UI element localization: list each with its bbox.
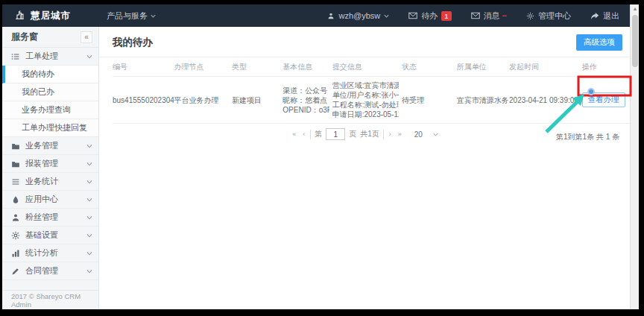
sidebar-item-install-mgmt[interactable]: 报装管理 xyxy=(2,155,98,173)
content-header: 我的待办 高级选项 xyxy=(99,27,630,57)
chart-icon xyxy=(11,249,20,258)
pagination-info: 第1到第1条 共 1 条 xyxy=(556,132,619,142)
sidebar-item-business-query[interactable]: 业务办理查询 xyxy=(2,101,98,119)
page-title: 我的待办 xyxy=(113,36,153,49)
pager-divider xyxy=(310,130,311,139)
pagination-bar: « ‹ 第 页 共1页 › » 20 第1到第1条 共 1 条 xyxy=(99,126,630,142)
list-icon xyxy=(11,52,20,61)
messages-menu[interactable]: 消息 − xyxy=(471,10,507,22)
nav-products[interactable]: 产品与服务 xyxy=(107,10,156,22)
envelope-icon xyxy=(471,12,480,19)
user-icon xyxy=(11,213,20,222)
chevron-down-icon xyxy=(86,251,92,256)
logout-menu[interactable]: 退出 xyxy=(590,10,619,22)
admin-center-menu[interactable]: 管理中心 xyxy=(526,10,571,22)
cell-status: 待受理 xyxy=(402,77,456,124)
envelope-icon xyxy=(408,12,417,19)
col-actions: 操作 xyxy=(582,57,630,77)
pencil-icon xyxy=(11,267,20,276)
cell-org: 宜宾市清源水务集团有限 xyxy=(457,77,509,124)
gear-icon xyxy=(11,231,20,240)
sidebar-item-my-done[interactable]: 我的已办 xyxy=(2,83,98,101)
brand-name: 慧居城市 xyxy=(31,10,71,22)
col-type: 类型 xyxy=(232,57,282,77)
sidebar: 服务窗 « 工单处理 我的待办 我的已办 业务办理查询 工单办理快捷回复 业务管… xyxy=(2,27,99,309)
chevron-down-icon xyxy=(86,197,92,202)
sidebar-item-stats-analysis[interactable]: 统计分析 xyxy=(2,244,98,262)
brand: 慧居城市 xyxy=(2,10,99,22)
sidebar-header: 服务窗 « xyxy=(2,27,98,48)
sidebar-item-fans-mgmt[interactable]: 粉丝管理 xyxy=(2,209,98,227)
user-menu[interactable]: wzh@ybsw xyxy=(327,11,389,20)
messages-mark: − xyxy=(502,11,507,20)
table-header-row: 编号 办理节点 类型 基本信息 提交信息 状态 所属单位 发起时间 操作 xyxy=(113,57,630,77)
chevron-down-icon xyxy=(86,215,92,220)
col-basic-info: 基本信息 xyxy=(282,57,332,77)
pager-divider xyxy=(383,130,384,139)
gear-icon xyxy=(526,12,534,20)
prev-page-icon[interactable]: ‹ xyxy=(301,130,306,138)
main-content: 我的待办 高级选项 编号 办理节点 类型 基本信息 提交信息 状态 所属单位 发… xyxy=(99,27,630,309)
folder-icon xyxy=(11,159,20,168)
vertical-scrollbar[interactable]: ▲ xyxy=(630,4,639,309)
copyright-footer: 2017 © Shareyo CRM Admin xyxy=(2,290,98,309)
sidebar-item-business-stats[interactable]: 业务统计 xyxy=(2,173,98,191)
table-row[interactable]: bus4155502023042109. 平台业务办理 新建项目 渠道：公众号 … xyxy=(113,77,630,124)
building-logo-icon xyxy=(14,10,25,22)
scrollbar-thumb[interactable] xyxy=(632,15,638,67)
chevron-down-icon xyxy=(151,14,156,18)
col-submit-info: 提交信息 xyxy=(332,57,402,77)
chevron-down-icon xyxy=(86,54,92,59)
cell-actions: 查看办理 xyxy=(582,77,630,124)
cell-type: 新建项目 xyxy=(232,77,282,124)
cell-start-time: 2023-04-21 09:39:08 xyxy=(509,77,582,124)
sidebar-item-app-center[interactable]: 应用中心 xyxy=(2,191,98,209)
chevron-down-icon xyxy=(86,180,92,184)
todo-table: 编号 办理节点 类型 基本信息 提交信息 状态 所属单位 发起时间 操作 bus… xyxy=(113,57,630,124)
user-icon xyxy=(327,12,335,20)
app-window: 慧居城市 产品与服务 wzh@ybsw 待办 1 消息 − xyxy=(2,4,639,309)
chevron-down-icon xyxy=(86,269,92,274)
col-status: 状态 xyxy=(402,57,456,77)
cell-submit-info: 营业区域:宜宾市清源水 单位/用户名称:张小一 工程名称:测试-勿处理 申请日期… xyxy=(332,77,402,124)
cell-node: 平台业务办理 xyxy=(174,77,231,124)
page-size-select[interactable]: 20 xyxy=(414,130,438,139)
todo-count-badge: 1 xyxy=(441,11,451,21)
list-icon xyxy=(11,177,20,186)
cell-id: bus4155502023042109. xyxy=(113,77,174,124)
chevron-down-icon xyxy=(86,144,92,148)
folder-icon xyxy=(11,142,20,151)
sidebar-item-quick-reply[interactable]: 工单办理快捷回复 xyxy=(2,119,98,137)
chevron-down-icon xyxy=(86,233,92,238)
sidebar-item-work-orders[interactable]: 工单处理 xyxy=(2,48,98,66)
col-org: 所属单位 xyxy=(457,57,509,77)
topbar: 慧居城市 产品与服务 wzh@ybsw 待办 1 消息 − xyxy=(2,4,630,27)
logout-arrow-icon xyxy=(590,12,599,20)
sidebar-item-basic-settings[interactable]: 基础设置 xyxy=(2,227,98,244)
chevron-down-icon xyxy=(384,14,389,18)
col-id: 编号 xyxy=(113,57,174,77)
last-page-icon[interactable]: » xyxy=(397,130,403,138)
sidebar-item-business-mgmt[interactable]: 业务管理 xyxy=(2,137,98,155)
chevron-down-icon xyxy=(86,162,92,166)
sidebar-item-contract-mgmt[interactable]: 合同管理 xyxy=(2,262,98,280)
todo-menu[interactable]: 待办 1 xyxy=(408,10,451,22)
scroll-up-icon[interactable]: ▲ xyxy=(632,6,638,12)
page-number-input[interactable] xyxy=(326,128,345,140)
next-page-icon[interactable]: › xyxy=(388,130,393,138)
view-handle-button[interactable]: 查看办理 xyxy=(582,92,625,107)
topbar-right: wzh@ybsw 待办 1 消息 − 管理中心 退出 xyxy=(327,10,630,22)
sidebar-collapse-button[interactable]: « xyxy=(80,31,92,43)
col-start-time: 发起时间 xyxy=(509,57,582,77)
col-node: 办理节点 xyxy=(174,57,231,77)
droplet-icon xyxy=(11,195,20,204)
advanced-options-button[interactable]: 高级选项 xyxy=(576,34,622,51)
chevron-down-icon xyxy=(433,133,438,136)
sidebar-item-my-todos[interactable]: 我的待办 xyxy=(2,66,98,83)
first-page-icon[interactable]: « xyxy=(291,130,297,138)
total-pages-label: 共1页 xyxy=(360,129,379,139)
work-orders-submenu: 我的待办 我的已办 业务办理查询 工单办理快捷回复 xyxy=(2,66,98,137)
cell-basic-info: 渠道：公众号 昵称：悠着点 OPENID：o3FXFsx02IDI xyxy=(282,77,332,124)
